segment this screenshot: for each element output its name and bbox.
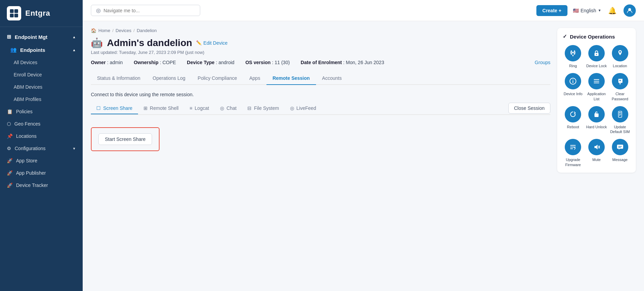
chevron-up-icon: ▲	[72, 48, 76, 52]
op-update-default-sim[interactable]: Update Default SIM	[609, 106, 630, 134]
sidebar-item-endpoints[interactable]: 👥 Endpoints ▲	[0, 43, 83, 56]
settings-icon: ⚙	[7, 146, 11, 151]
op-clear-password[interactable]: Clear Password	[609, 73, 630, 101]
sidebar: Entgra ⊞ Endpoint Mgt ▲ 👥 Endpoints ▲ Al…	[0, 0, 83, 291]
user-avatar[interactable]	[624, 4, 636, 17]
op-mute[interactable]: Mute	[586, 139, 607, 167]
tab-policy-compliance[interactable]: Policy Compliance	[192, 72, 243, 85]
search-input[interactable]	[104, 8, 195, 13]
sidebar-nav: ⊞ Endpoint Mgt ▲ 👥 Endpoints ▲ All Devic…	[0, 27, 83, 195]
sidebar-item-label: Device Tracker	[16, 183, 48, 188]
create-button[interactable]: Create +	[536, 5, 568, 16]
main-panel: 🏠 Home / Devices / Dandelion 🤖 Admin's d…	[91, 28, 550, 284]
close-session-button[interactable]: Close Session	[508, 103, 551, 114]
remote-session-panel: Connect to this device using the remote …	[91, 92, 550, 151]
sidebar-item-configurations[interactable]: ⚙ Configurations ▼	[0, 142, 83, 155]
android-icon: 🤖	[91, 37, 103, 48]
svg-rect-1	[14, 9, 18, 13]
sidebar-item-label: Policies	[16, 109, 32, 114]
message-label: Message	[612, 157, 628, 162]
sidebar-item-policies[interactable]: 📋 Policies	[0, 105, 83, 118]
op-application-list[interactable]: Application List	[586, 73, 607, 101]
svg-rect-28	[570, 147, 576, 147]
reboot-label: Reboot	[567, 125, 579, 129]
sub-tab-screen-share[interactable]: ☐ Screen Share	[91, 103, 138, 114]
op-location[interactable]: Location	[609, 45, 630, 68]
groups-link[interactable]: Groups	[535, 60, 550, 65]
device-enrolment: Date of Enrolment : Mon, 26 Jun 2023	[301, 60, 384, 65]
sidebar-item-app-store[interactable]: 🚀 App Store	[0, 155, 83, 167]
upgrade-firmware-label: Upgrade Firmware	[563, 157, 584, 167]
tab-accounts[interactable]: Accounts	[316, 72, 348, 85]
logo-icon	[7, 6, 21, 20]
search-bar[interactable]: ◎	[91, 5, 200, 16]
geo-icon: ⬡	[7, 121, 11, 127]
svg-rect-15	[594, 83, 599, 83]
sidebar-item-app-publisher[interactable]: 🚀 App Publisher	[0, 167, 83, 179]
op-hard-unlock[interactable]: Hard Unlock	[586, 106, 607, 134]
op-message[interactable]: Message	[609, 139, 630, 167]
content-area: 🏠 Home / Devices / Dandelion 🤖 Admin's d…	[83, 21, 644, 291]
remote-session-description: Connect to this device using the remote …	[91, 92, 550, 97]
language-selector[interactable]: 🇺🇸 English ▼	[573, 8, 601, 13]
message-icon-circle	[612, 139, 628, 155]
device-owner: Owner : admin	[91, 60, 123, 65]
device-ownership: Ownership : COPE	[134, 60, 176, 65]
chevron-up-icon: ▲	[72, 35, 76, 39]
svg-rect-2	[10, 14, 14, 17]
sidebar-item-abm-devices[interactable]: ABM Devices	[0, 81, 83, 93]
sidebar-item-geo-fences[interactable]: ⬡ Geo Fences	[0, 118, 83, 130]
op-upgrade-firmware[interactable]: Upgrade Firmware	[563, 139, 584, 167]
sidebar-item-enroll-device[interactable]: Enroll Device	[0, 69, 83, 81]
svg-rect-11	[573, 81, 573, 83]
sub-tab-remote-shell[interactable]: ⊞ Remote Shell	[138, 103, 184, 114]
svg-point-8	[596, 54, 597, 55]
svg-rect-16	[619, 84, 621, 84]
sidebar-item-endpoint-mgt[interactable]: ⊞ Endpoint Mgt ▲	[0, 30, 83, 43]
main-area: ◎ Create + 🇺🇸 English ▼ 🔔 🏠 Home /	[83, 0, 644, 291]
notification-bell[interactable]: 🔔	[607, 5, 618, 16]
device-type: Device Type : android	[187, 60, 234, 65]
device-info-icon-circle	[565, 73, 581, 89]
sub-tab-logcat[interactable]: ≡ Logcat	[184, 103, 215, 114]
location-label: Location	[613, 63, 627, 68]
mute-icon-circle	[588, 139, 605, 155]
start-screen-share-button[interactable]: Start Screen Share	[98, 133, 152, 145]
sub-tab-file-system[interactable]: ⊟ File System	[242, 103, 284, 114]
sidebar-item-label: All Devices	[14, 60, 37, 65]
svg-rect-21	[597, 112, 598, 114]
svg-rect-3	[14, 14, 18, 17]
device-meta: Owner : admin Ownership : COPE Device Ty…	[91, 60, 550, 65]
tab-operations-log[interactable]: Operations Log	[147, 72, 192, 85]
update-default-sim-label: Update Default SIM	[609, 125, 630, 134]
logcat-icon: ≡	[190, 105, 192, 111]
edit-device-link[interactable]: ✏️ Edit Device	[196, 40, 228, 46]
tab-apps[interactable]: Apps	[243, 72, 266, 85]
breadcrumb-devices[interactable]: Devices	[115, 28, 131, 33]
chevron-down-icon: ▼	[72, 147, 76, 150]
sub-tab-livefeed[interactable]: ◎ LiveFeed	[285, 103, 322, 114]
sub-tab-chat[interactable]: ◎ Chat	[215, 103, 242, 114]
sidebar-item-label: Endpoints	[20, 47, 45, 53]
rocket-icon: 🚀	[7, 158, 13, 163]
op-reboot[interactable]: Reboot	[563, 106, 584, 134]
breadcrumb-home[interactable]: Home	[98, 28, 110, 33]
sidebar-item-locations[interactable]: 📌 Locations	[0, 130, 83, 142]
op-device-info[interactable]: Device Info	[563, 73, 584, 101]
device-lock-label: Device Lock	[586, 63, 607, 68]
sidebar-item-device-tracker[interactable]: 🚀 Device Tracker	[0, 179, 83, 191]
svg-rect-13	[594, 79, 599, 80]
grid-icon: ⊞	[7, 34, 11, 40]
op-ring[interactable]: Ring	[563, 45, 584, 68]
device-lock-icon-circle	[588, 45, 605, 61]
sidebar-item-label: Geo Fences	[14, 121, 40, 127]
sidebar-item-all-devices[interactable]: All Devices	[0, 56, 83, 69]
last-updated: Last updated: Tuesday, June 27, 2023 2:0…	[91, 50, 550, 55]
device-title: Admin's dandelion	[107, 38, 192, 48]
tab-remote-session[interactable]: Remote Session	[266, 72, 316, 85]
tab-status[interactable]: Status & Information	[91, 72, 147, 85]
hard-unlock-label: Hard Unlock	[586, 125, 607, 129]
op-device-lock[interactable]: Device Lock	[586, 45, 607, 68]
clear-password-label: Clear Password	[609, 91, 630, 101]
sidebar-item-abm-profiles[interactable]: ABM Profiles	[0, 93, 83, 105]
